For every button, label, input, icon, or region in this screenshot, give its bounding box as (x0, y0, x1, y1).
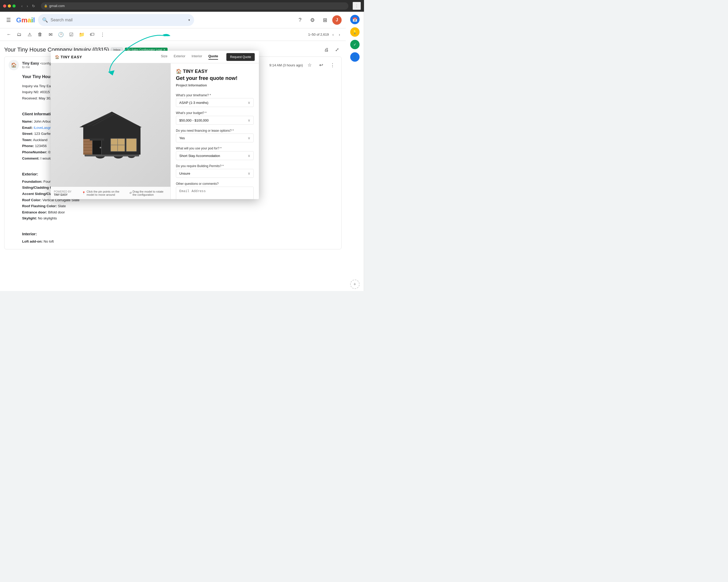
tasks-sidebar-icon[interactable]: ✓ (350, 40, 360, 49)
snooze-button[interactable]: 🕐 (56, 30, 66, 39)
budget-label: What's your budget? * (176, 111, 254, 115)
quote-logo-text: 🏠 TINY EASY (176, 69, 254, 74)
lock-icon: 🔒 (44, 4, 48, 7)
permits-field: Do you require Building Permits? * Unsur… (171, 162, 259, 180)
address-bar[interactable]: 🔒 gmail.com (41, 2, 348, 10)
configurator-tabs: Size Exterior Interior Quote (161, 54, 218, 59)
more-options-button[interactable]: ⋮ (353, 2, 361, 10)
print-button[interactable]: 🖨 (322, 45, 331, 54)
help-icon[interactable]: ? (295, 15, 305, 25)
loft-field: Loft add-on: No loft (22, 239, 337, 245)
gmail-topbar: ☰ Gmail 🔍 ▾ ? ⚙ ⊞ J (0, 12, 346, 28)
star-button[interactable]: ☆ (305, 60, 314, 70)
mark-unread-button[interactable]: ✉ (46, 30, 55, 39)
timeframe-chevron-icon: ∨ (248, 100, 250, 105)
svg-point-21 (100, 147, 101, 148)
archive-button[interactable]: 🗂 (15, 30, 24, 39)
roof-flashing-field: Roof Flashing Color: Slate (22, 203, 337, 209)
tab-quote[interactable]: Quote (208, 54, 218, 59)
financing-dropdown[interactable]: Yes ∨ (176, 133, 254, 143)
quote-panel-title: Get your free quote now! (171, 75, 259, 83)
back-nav-button[interactable]: ‹ (20, 3, 24, 9)
configurator-body: POWERED BY TINY EASY 📍 Click the pin poi… (51, 63, 259, 199)
entrance-field: Entrance door: Bifold door (22, 209, 337, 215)
search-bar[interactable]: 🔍 ▾ (38, 14, 194, 26)
browser-nav: ‹ › ↻ (20, 3, 37, 9)
pagination-text: 1–50 of 2,619 (308, 32, 329, 36)
timeframe-field: What's your timeframe? * ASAP (1-3 month… (171, 91, 259, 109)
gmail-logo: Gmail (16, 17, 35, 23)
traffic-lights (3, 4, 16, 7)
maximize-button[interactable] (12, 4, 16, 7)
svg-rect-12 (126, 138, 137, 151)
user-avatar[interactable]: J (332, 15, 342, 25)
tiny-house-model (66, 100, 155, 162)
timeframe-dropdown[interactable]: ASAP (1-3 months) ∨ (176, 98, 254, 107)
pod-use-chevron-icon: ∨ (248, 154, 250, 158)
configurator-topbar: 🏠 TINY EASY Size Exterior Interior Quote… (51, 51, 259, 63)
permits-chevron-icon: ∨ (248, 171, 250, 175)
pod-use-field: What will you use your pod for? * Short … (171, 145, 259, 162)
timeframe-label: What's your timeframe? * (176, 94, 254, 97)
report-spam-button[interactable]: ⚠ (25, 30, 34, 39)
comments-label: Other questions or comments? (176, 182, 254, 185)
pod-use-dropdown[interactable]: Short Stay Accommodation ∨ (176, 151, 254, 160)
url-text: gmail.com (49, 4, 64, 8)
tab-size[interactable]: Size (161, 54, 167, 59)
new-window-button[interactable]: ⤢ (332, 45, 342, 54)
add-tasks-button[interactable]: ☑ (67, 30, 76, 39)
next-page-button[interactable]: › (337, 31, 342, 38)
configurator-3d-view[interactable]: POWERED BY TINY EASY 📍 Click the pin poi… (51, 63, 171, 199)
financing-field: Do you need financing or lease options? … (171, 127, 259, 145)
sender-avatar: 🏠 (8, 60, 19, 70)
permits-label: Do you require Building Permits? * (176, 164, 254, 168)
pagination: 1–50 of 2,619 ‹ › (308, 31, 342, 38)
move-to-button[interactable]: 📁 (77, 30, 86, 39)
comments-textarea[interactable] (176, 187, 254, 199)
calendar-sidebar-icon[interactable]: 📅 (350, 15, 360, 24)
label-button[interactable]: 🏷 (87, 30, 97, 39)
apps-icon[interactable]: ⊞ (320, 15, 330, 25)
permits-dropdown[interactable]: Unsure ∨ (176, 169, 254, 178)
search-input[interactable] (50, 18, 186, 22)
configurator-bottom-bar: POWERED BY TINY EASY 📍 Click the pin poi… (51, 187, 171, 199)
browser-chrome: ‹ › ↻ 🔒 gmail.com ⋮ (0, 0, 364, 12)
search-icon: 🔍 (42, 17, 48, 23)
financing-label: Do you need financing or lease options? … (176, 129, 254, 132)
contacts-sidebar-icon[interactable]: 👤 (350, 52, 360, 62)
skylight-field: Skylight: No skylights (22, 216, 337, 221)
request-quote-button[interactable]: Request Quote (226, 53, 255, 61)
email-action-buttons: 🖨 ⤢ (322, 45, 342, 54)
search-dropdown-icon[interactable]: ▾ (188, 18, 190, 22)
sender-name: Tiny Easy (22, 61, 39, 65)
more-actions-button[interactable]: ⋮ (98, 30, 107, 39)
budget-chevron-icon: ∨ (248, 118, 250, 122)
settings-icon[interactable]: ⚙ (307, 15, 318, 25)
add-sidebar-app-button[interactable]: + (350, 280, 360, 289)
gmail-right-sidebar: 📅 💡 ✓ 👤 + (346, 12, 364, 291)
configurator-overlay: 🏠 TINY EASY Size Exterior Interior Quote… (51, 51, 259, 199)
hint1: 📍 Click the pin points on the model to m… (82, 190, 127, 196)
svg-rect-22 (90, 138, 104, 141)
minimize-button[interactable] (8, 4, 11, 7)
pod-use-label: What will you use your pod for? * (176, 147, 254, 150)
reload-button[interactable]: ↻ (30, 3, 37, 9)
reply-button[interactable]: ↩ (316, 60, 326, 70)
quote-panel-logo: 🏠 TINY EASY (171, 63, 259, 75)
comments-field: Other questions or comments? (171, 180, 259, 199)
more-email-actions-button[interactable]: ⋮ (328, 60, 337, 70)
hint2: ↺ Drag the model to rotate the configura… (129, 190, 167, 196)
menu-icon[interactable]: ☰ (4, 15, 13, 25)
delete-button[interactable]: 🗑 (35, 30, 45, 39)
tab-interior[interactable]: Interior (191, 54, 202, 59)
financing-chevron-icon: ∨ (248, 136, 250, 140)
forward-nav-button[interactable]: › (25, 3, 30, 9)
logo-icon: 🏠 (55, 55, 59, 59)
keep-sidebar-icon[interactable]: 💡 (350, 27, 360, 37)
budget-dropdown[interactable]: $50,000 - $100,000 ∨ (176, 116, 254, 125)
close-button[interactable] (3, 4, 6, 7)
tab-exterior[interactable]: Exterior (174, 54, 185, 59)
prev-page-button[interactable]: ‹ (331, 31, 335, 38)
back-to-inbox-button[interactable]: ← (4, 30, 14, 39)
email-time: 9:14 AM (3 hours ago) ☆ ↩ ⋮ (269, 60, 337, 70)
